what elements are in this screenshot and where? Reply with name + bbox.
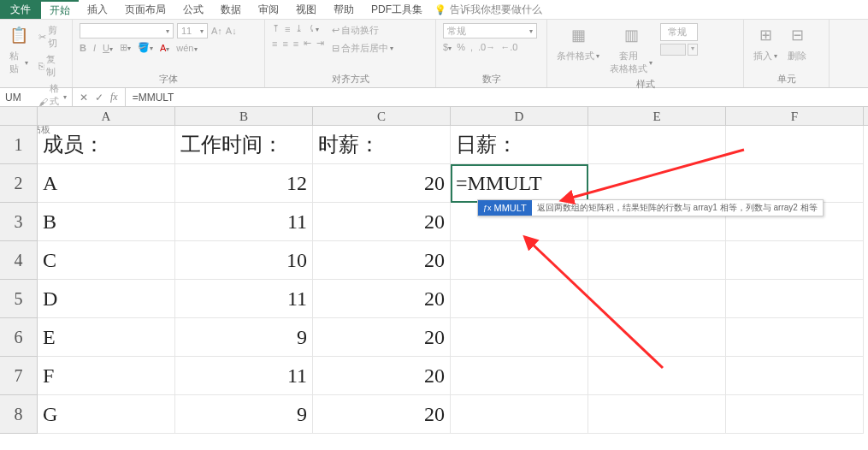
cell[interactable] [588,126,726,164]
cell[interactable]: 20 [313,280,451,318]
delete-cells-button[interactable]: 删除 [785,49,809,63]
cell[interactable] [451,280,588,318]
insert-cells-icon[interactable]: ⊞ [753,23,777,47]
cell[interactable] [726,318,864,357]
cell[interactable]: B [38,203,175,241]
select-all-corner[interactable] [0,107,38,125]
tab-home[interactable]: 开始 [41,0,79,19]
tab-view[interactable]: 视图 [287,0,325,19]
cell[interactable] [588,241,726,280]
bold-button[interactable]: B [80,43,86,53]
cell[interactable]: 11 [175,280,313,318]
style-gallery[interactable]: ▾ [660,44,698,56]
decrease-font-icon[interactable]: A↓ [226,26,237,36]
row-header[interactable]: 3 [0,203,38,241]
paste-icon[interactable]: 📋 [7,23,31,47]
row-header[interactable]: 1 [0,126,38,164]
table-format-button[interactable]: 套用 表格格式▾ [607,49,655,76]
col-header[interactable]: D [451,107,588,125]
align-right-icon[interactable]: ≡ [293,38,298,49]
row-header[interactable]: 4 [0,241,38,280]
insert-cells-button[interactable]: 插入▾ [751,49,780,63]
conditional-format-icon[interactable]: ▦ [566,23,590,47]
font-family-select[interactable]: ▾ [80,23,174,38]
align-middle-icon[interactable]: ≡ [285,24,290,34]
align-center-icon[interactable]: ≡ [282,38,287,49]
cell[interactable]: 12 [175,164,313,203]
cell[interactable] [726,280,864,318]
col-header[interactable]: E [588,107,726,125]
cell[interactable] [726,164,864,203]
cell[interactable]: 11 [175,203,313,241]
phonetic-button[interactable]: wén▾ [176,43,197,53]
tab-pdf[interactable]: PDF工具集 [363,0,431,19]
cell[interactable]: 20 [313,357,451,395]
cut-button[interactable]: ✂ 剪切 [36,23,65,50]
cell[interactable] [726,395,864,434]
cancel-formula-icon[interactable]: ✕ [80,92,88,104]
cell[interactable]: 20 [313,395,451,434]
cell[interactable]: 10 [175,241,313,280]
cell[interactable]: 20 [313,318,451,357]
cell[interactable] [451,241,588,280]
cell-editing[interactable]: =MMULT [451,164,588,203]
tab-review[interactable]: 审阅 [250,0,287,19]
indent-out-icon[interactable]: ⇤ [304,38,311,49]
comma-icon[interactable]: , [470,42,473,52]
indent-in-icon[interactable]: ⇥ [316,38,324,49]
cell[interactable]: A [38,164,175,203]
row-header[interactable]: 6 [0,318,38,357]
cell[interactable] [451,318,588,357]
border-button[interactable]: ⊞▾ [120,42,131,53]
cell[interactable]: G [38,395,175,434]
cell[interactable] [588,395,726,434]
col-header[interactable]: C [313,107,451,125]
cell[interactable]: F [38,357,175,395]
delete-cells-icon[interactable]: ⊟ [785,23,809,47]
file-tab[interactable]: 文件 [0,0,41,19]
col-header[interactable]: A [38,107,175,125]
cell[interactable] [726,241,864,280]
cell[interactable] [726,126,864,164]
fill-color-button[interactable]: 🪣▾ [138,42,153,53]
cell[interactable]: C [38,241,175,280]
merge-center-button[interactable]: ⊟ 合并后居中▾ [329,41,396,56]
cell[interactable]: 时薪： [313,126,451,164]
paste-button[interactable]: 粘贴▾ [7,49,31,76]
number-format-select[interactable]: 常规▾ [443,23,537,38]
underline-button[interactable]: U▾ [103,43,113,53]
cell[interactable] [588,318,726,357]
wrap-text-button[interactable]: ↩ 自动换行 [329,23,396,38]
increase-font-icon[interactable]: A↑ [211,26,222,36]
style-normal[interactable]: 常规 [660,23,698,41]
align-bottom-icon[interactable]: ⤓ [295,23,303,34]
percent-icon[interactable]: % [457,42,465,52]
cell[interactable] [451,395,588,434]
tab-data[interactable]: 数据 [212,0,250,19]
italic-button[interactable]: I [93,43,96,53]
row-header[interactable]: 5 [0,280,38,318]
tab-layout[interactable]: 页面布局 [116,0,174,19]
name-box[interactable]: UM▾ [0,88,73,106]
cell[interactable] [726,357,864,395]
cell[interactable]: 20 [313,241,451,280]
cell[interactable]: 9 [175,395,313,434]
increase-decimal-icon[interactable]: .0→ [478,42,495,52]
cell[interactable]: 20 [313,164,451,203]
tab-formulas[interactable]: 公式 [174,0,212,19]
cell[interactable]: 20 [313,203,451,241]
function-tooltip[interactable]: ƒx MMULT 返回两数组的矩阵积，结果矩阵的行数与 array1 相等，列数… [477,199,824,216]
table-format-icon[interactable]: ▥ [619,23,643,47]
align-left-icon[interactable]: ≡ [272,38,277,49]
cell[interactable] [588,164,726,203]
accept-formula-icon[interactable]: ✓ [95,92,103,104]
col-header[interactable]: F [726,107,864,125]
font-size-select[interactable]: 11▾ [177,23,208,38]
cell[interactable]: 成员： [38,126,175,164]
cell[interactable]: 11 [175,357,313,395]
cell[interactable]: D [38,280,175,318]
cell[interactable]: 日薪： [451,126,588,164]
col-header[interactable]: B [175,107,313,125]
cell[interactable]: 9 [175,318,313,357]
currency-icon[interactable]: $▾ [443,42,452,52]
